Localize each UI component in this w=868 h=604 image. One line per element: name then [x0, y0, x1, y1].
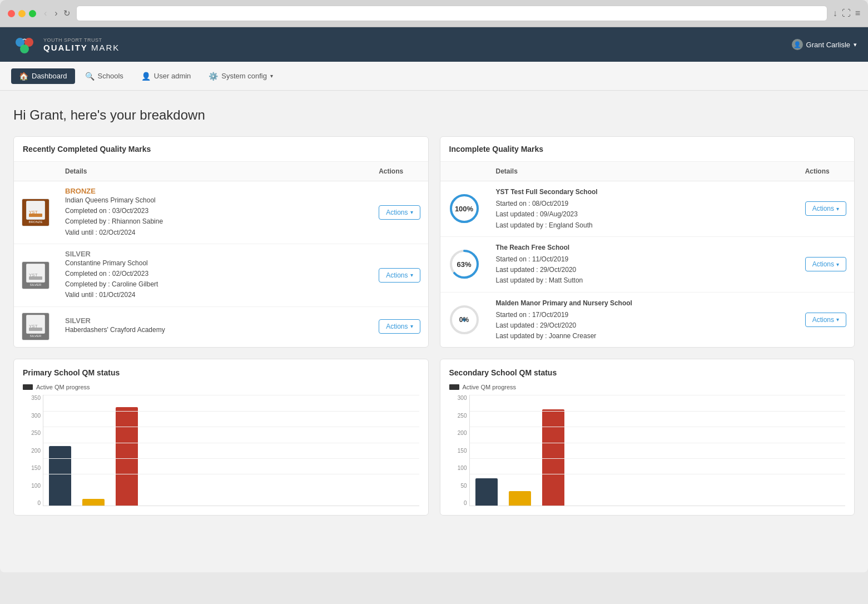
maximize-dot[interactable]: [29, 10, 36, 17]
svg-rect-8: [29, 328, 42, 331]
greeting-text: Hi Grant, here's your breakdown: [13, 107, 855, 123]
details-cell: The Reach Free School Started on : 11/Oc…: [488, 236, 797, 292]
logo-text: YOUTH SPORT TRUST QUALITY MARK: [43, 37, 120, 52]
legend-swatch-secondary: [449, 384, 459, 390]
minimize-dot[interactable]: [18, 10, 26, 17]
brand-name: YOUTH SPORT TRUST: [43, 37, 120, 43]
system-config-chevron-icon: ▾: [270, 73, 273, 79]
secondary-chart-title: Secondary School QM status: [449, 368, 846, 377]
primary-bar-gold: [116, 407, 138, 506]
forward-button[interactable]: ›: [52, 7, 59, 19]
detail-text: Completed on : 03/Oct/2023 Completed by …: [65, 206, 363, 238]
school-name: Constantine Primary School: [65, 258, 363, 269]
secondary-nav: 🏠 Dashboard 🔍 Schools 👤 User admin ⚙️ Sy…: [0, 62, 868, 91]
browser-navigation: ‹ › ↻: [42, 7, 71, 19]
menu-icon[interactable]: ≡: [855, 8, 860, 18]
download-icon[interactable]: ↓: [833, 8, 837, 18]
caret-icon: ▾: [836, 261, 839, 268]
actions-button[interactable]: Actions ▾: [805, 257, 846, 271]
progress-circle-100: 100%: [448, 192, 480, 225]
col-progress: [440, 162, 488, 181]
school-name: The Reach Free School: [496, 242, 790, 253]
nav-schools-label: Schools: [98, 72, 123, 80]
progress-cell: 0%: [440, 292, 488, 347]
actions-button[interactable]: Actions ▾: [379, 205, 420, 220]
detail-info: Started on : 17/Oct/2019 Last updated : …: [496, 310, 790, 342]
recently-completed-card: Recently Completed Quality Marks Details…: [13, 136, 429, 348]
progress-label: 100%: [455, 205, 473, 213]
detail-info: Started on : 08/Oct/2019 Last updated : …: [496, 199, 790, 231]
school-name: YST Test Full Secondary School: [496, 187, 790, 197]
grid-lines: [43, 395, 419, 506]
actions-cell: Actions ▾: [371, 244, 428, 306]
incomplete-qm-table: Details Actions 100% YST Test Full Secon…: [440, 162, 855, 347]
back-button[interactable]: ‹: [42, 7, 49, 19]
address-bar[interactable]: [76, 6, 827, 21]
secondary-bar-silver: [509, 491, 531, 506]
col-actions-header-2: Actions: [797, 162, 854, 181]
nav-system-config[interactable]: ⚙️ System config ▾: [201, 68, 281, 84]
actions-cell: Actions ▾: [797, 181, 854, 237]
secondary-y-axis: 0 50 100 150 200 250 300: [449, 395, 469, 506]
nav-dashboard[interactable]: 🏠 Dashboard: [11, 68, 75, 84]
col-details-header: Details: [57, 162, 371, 181]
nav-schools[interactable]: 🔍 Schools: [77, 68, 131, 84]
main-content: Hi Grant, here's your breakdown Recently…: [0, 91, 868, 532]
primary-chart-legend-label: Active QM progress: [36, 384, 90, 390]
fullscreen-icon[interactable]: ⛶: [842, 8, 851, 18]
actions-button[interactable]: Actions ▾: [805, 201, 846, 216]
recently-completed-row: YST BRONZE BRONZE Indian Queens Primary …: [14, 181, 428, 244]
svg-rect-4: [29, 214, 42, 217]
detail-text: Completed on : 02/Oct/2023 Completed by …: [65, 269, 363, 301]
caret-icon: ▾: [410, 272, 413, 278]
level-label: SILVER: [65, 250, 363, 258]
gear-icon: ⚙️: [209, 72, 218, 81]
school-name: Malden Manor Primary and Nursery School: [496, 298, 790, 309]
legend-swatch-primary: [23, 384, 33, 390]
mark-text: MARK: [88, 43, 120, 52]
col-badge: [14, 162, 57, 181]
recently-completed-row: YST SILVER SILVER Constantine Primary Sc…: [14, 244, 428, 306]
progress-circle-0: 0%: [448, 304, 480, 336]
browser-actions: ↓ ⛶ ≡: [833, 8, 860, 18]
user-dropdown-icon: ▾: [854, 41, 857, 48]
secondary-chart-bars: [469, 395, 846, 506]
col-details-header-2: Details: [488, 162, 797, 181]
actions-button[interactable]: Actions ▾: [379, 268, 420, 283]
col-actions-header: Actions: [371, 162, 428, 181]
nav-user-admin[interactable]: 👤 User admin: [133, 68, 199, 84]
svg-rect-6: [29, 276, 42, 280]
user-menu[interactable]: 👤 Grant Carlisle ▾: [792, 39, 857, 50]
caret-icon: ▾: [836, 206, 839, 212]
logo-icon: [11, 31, 38, 58]
secondary-chart-legend: Active QM progress: [449, 384, 846, 390]
actions-cell: Actions ▾: [797, 236, 854, 292]
actions-button[interactable]: Actions ▾: [805, 313, 846, 327]
svg-point-2: [20, 44, 29, 53]
secondary-bar-bronze: [475, 478, 498, 506]
refresh-button[interactable]: ↻: [63, 7, 71, 19]
actions-button[interactable]: Actions ▾: [379, 319, 420, 334]
badge-cell: YST BRONZE: [14, 181, 57, 244]
details-cell: SILVER Haberdashers' Crayford Academy: [57, 306, 371, 346]
primary-chart-area: 0 100 150 200 250 300 350: [23, 395, 419, 506]
actions-cell: Actions ▾: [371, 306, 428, 346]
caret-icon: ▾: [836, 316, 839, 323]
badge-cell: YST SILVER: [14, 306, 57, 346]
recently-completed-row: YST SILVER SILVER Haberdashers' Crayford…: [14, 306, 428, 346]
progress-cell: 100%: [440, 181, 488, 237]
incomplete-qm-row: 63% The Reach Free School Started on : 1…: [440, 236, 855, 292]
top-nav: YOUTH SPORT TRUST QUALITY MARK 👤 Grant C…: [0, 27, 868, 62]
search-icon: 🔍: [85, 72, 95, 81]
progress-label: 63%: [457, 260, 471, 269]
badge-image: YST SILVER: [22, 261, 49, 289]
secondary-chart-card: Secondary School QM status Active QM pro…: [440, 359, 855, 516]
cards-grid: Recently Completed Quality Marks Details…: [13, 136, 855, 516]
browser-dots: [8, 10, 36, 17]
progress-circle-63: 63%: [448, 248, 480, 280]
primary-bar-bronze: [49, 446, 71, 506]
primary-bar-silver: [82, 499, 105, 506]
details-cell: SILVER Constantine Primary School Comple…: [57, 244, 371, 306]
user-icon: 👤: [141, 72, 151, 81]
close-dot[interactable]: [8, 10, 15, 17]
